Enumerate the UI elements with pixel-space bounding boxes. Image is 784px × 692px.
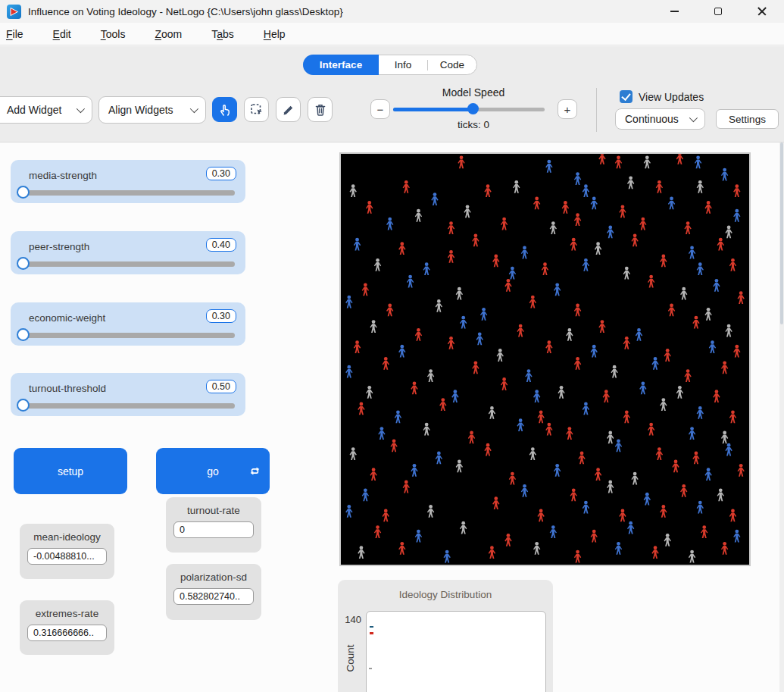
slider-thumb[interactable] bbox=[17, 257, 30, 270]
monitor-polarization-sd: polarization-sd 0.582802740.. bbox=[166, 564, 261, 620]
slider-peer-strength: peer-strength 0.40 bbox=[11, 231, 245, 274]
chevron-down-icon bbox=[190, 105, 198, 113]
maximize-icon bbox=[714, 8, 722, 15]
align-widgets-dropdown[interactable]: Align Widgets bbox=[98, 96, 206, 124]
slider-track[interactable] bbox=[21, 190, 235, 196]
maximize-button[interactable] bbox=[696, 0, 740, 23]
tab-code[interactable]: Code bbox=[428, 59, 476, 70]
plot-ylabel: Count bbox=[345, 636, 356, 681]
forever-loop-icon bbox=[248, 465, 261, 478]
slider-track[interactable] bbox=[21, 261, 235, 267]
pencil-icon bbox=[281, 102, 296, 117]
menu-edit[interactable]: Edit bbox=[48, 26, 76, 42]
monitor-turnout-rate: turnout-rate 0 bbox=[166, 497, 261, 553]
plot-ideology-distribution: Ideology Distribution 140 Count bbox=[338, 580, 553, 692]
plot-pen-mark bbox=[370, 632, 373, 634]
update-mode-dropdown[interactable]: Continuous bbox=[615, 108, 705, 130]
world-view[interactable] bbox=[339, 152, 751, 566]
tab-interface[interactable]: Interface bbox=[303, 55, 379, 75]
slider-track[interactable] bbox=[21, 403, 235, 409]
minimize-button[interactable] bbox=[652, 0, 696, 23]
toolbar-zone: Interface Info Code Add Widget Align Wid… bbox=[0, 46, 784, 142]
monitor-value: -0.00488810... bbox=[27, 548, 107, 565]
close-icon bbox=[757, 7, 767, 16]
slider-value-box: 0.40 bbox=[206, 238, 236, 252]
marquee-select-icon bbox=[249, 102, 264, 117]
settings-button[interactable]: Settings bbox=[716, 109, 779, 129]
netlogo-app-icon bbox=[7, 5, 21, 19]
ticks-counter: ticks: 0 bbox=[409, 119, 538, 130]
speed-minus-button[interactable]: − bbox=[370, 99, 390, 119]
scrollbar-thumb[interactable] bbox=[780, 142, 783, 324]
world-canvas bbox=[341, 154, 749, 565]
slider-value-box: 0.30 bbox=[206, 167, 236, 180]
marquee-select-button[interactable] bbox=[244, 97, 269, 122]
menu-file[interactable]: File bbox=[2, 26, 28, 42]
monitor-value: 0 bbox=[173, 521, 254, 538]
hand-pointer-icon bbox=[217, 102, 233, 117]
plot-area bbox=[366, 611, 546, 692]
monitor-value: 0.316666666.. bbox=[27, 625, 107, 641]
slider-value-box: 0.50 bbox=[206, 380, 236, 393]
menu-bar: File Edit Tools Zoom Tabs Help bbox=[0, 23, 784, 45]
speed-plus-button[interactable]: + bbox=[558, 99, 577, 119]
go-button[interactable]: go bbox=[156, 448, 270, 494]
monitor-mean-ideology: mean-ideology -0.00488810... bbox=[20, 524, 114, 579]
minimize-icon bbox=[670, 11, 679, 12]
vertical-scrollbar[interactable] bbox=[779, 142, 784, 692]
monitor-extremes-rate: extremes-rate 0.316666666.. bbox=[20, 600, 114, 655]
title-bar: Influence on Voting Ideology - NetLogo {… bbox=[0, 0, 784, 23]
speed-slider-thumb[interactable] bbox=[467, 103, 479, 114]
view-updates-label: View Updates bbox=[639, 91, 704, 103]
slider-thumb[interactable] bbox=[17, 399, 30, 412]
slider-economic-weight: economic-weight 0.30 bbox=[11, 302, 245, 346]
plot-pen-mark bbox=[369, 668, 372, 669]
monitor-value: 0.582802740.. bbox=[173, 588, 254, 605]
chevron-down-icon bbox=[689, 114, 698, 122]
slider-thumb[interactable] bbox=[17, 186, 30, 199]
delete-widget-button[interactable] bbox=[308, 97, 333, 122]
view-updates-checkbox[interactable] bbox=[620, 90, 633, 103]
toolbar-divider bbox=[596, 88, 597, 132]
edit-widget-button[interactable] bbox=[276, 97, 301, 122]
slider-thumb[interactable] bbox=[17, 328, 30, 341]
close-button[interactable] bbox=[740, 0, 784, 23]
select-tool-button[interactable] bbox=[212, 97, 237, 122]
slider-turnout-threshold: turnout-threshold 0.50 bbox=[11, 373, 245, 416]
plot-title: Ideology Distribution bbox=[338, 589, 553, 600]
tab-bar: Interface Info Code bbox=[303, 55, 477, 75]
setup-button[interactable]: setup bbox=[14, 448, 127, 494]
slider-value-box: 0.30 bbox=[206, 309, 236, 323]
slider-track[interactable] bbox=[21, 333, 235, 338]
plot-pen-mark bbox=[370, 626, 373, 628]
model-speed-label: Model Speed bbox=[409, 86, 538, 99]
menu-tools[interactable]: Tools bbox=[96, 26, 130, 42]
chevron-down-icon bbox=[77, 105, 85, 113]
speed-slider-fill bbox=[393, 108, 472, 111]
trash-icon bbox=[313, 102, 328, 117]
plot-ytick-140: 140 bbox=[342, 614, 361, 625]
menu-help[interactable]: Help bbox=[259, 26, 290, 42]
tab-info[interactable]: Info bbox=[379, 59, 427, 70]
window-title: Influence on Voting Ideology - NetLogo {… bbox=[28, 6, 343, 17]
menu-tabs[interactable]: Tabs bbox=[207, 26, 239, 42]
add-widget-dropdown[interactable]: Add Widget bbox=[0, 96, 92, 124]
slider-media-strength: media-strength 0.30 bbox=[11, 160, 245, 203]
menu-zoom[interactable]: Zoom bbox=[150, 26, 186, 42]
